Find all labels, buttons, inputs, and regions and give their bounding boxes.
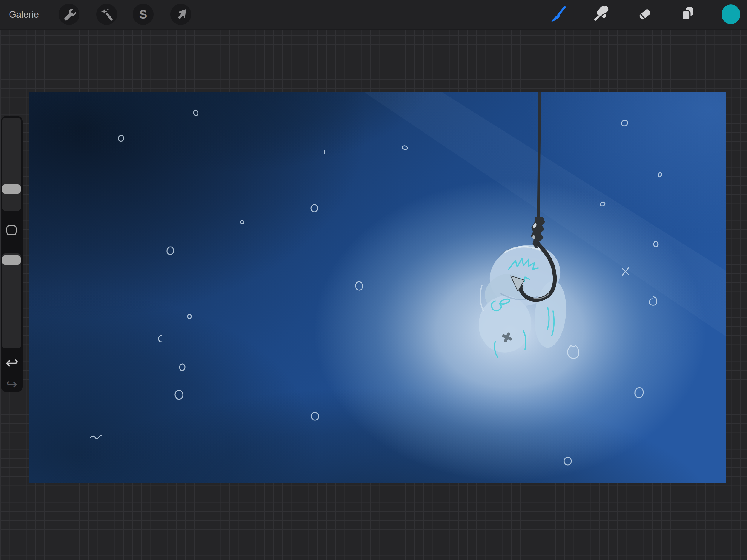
transform-button[interactable] xyxy=(170,4,191,25)
actions-button[interactable] xyxy=(58,4,79,25)
modify-button[interactable] xyxy=(6,225,17,235)
brush-opacity-slider[interactable] xyxy=(2,253,21,349)
brush-tool-button[interactable] xyxy=(549,5,568,24)
smudge-tool-button[interactable] xyxy=(592,5,611,24)
eraser-tool-button[interactable] xyxy=(635,5,654,24)
brush-size-slider[interactable] xyxy=(2,118,21,211)
eraser-icon xyxy=(636,5,654,24)
magic-wand-icon xyxy=(100,7,113,21)
water-background xyxy=(29,92,726,483)
procreate-workspace: { "toolbar": { "gallery_label": "Galerie… xyxy=(0,0,747,560)
top-toolbar: Galerie S xyxy=(0,0,747,30)
smudge-finger-icon xyxy=(593,5,611,24)
gallery-button[interactable]: Galerie xyxy=(9,0,39,29)
selection-button[interactable]: S xyxy=(133,4,154,25)
brush-size-handle[interactable] xyxy=(2,184,21,194)
undo-button[interactable]: ↩ xyxy=(1,354,23,372)
redo-button[interactable]: ↪ xyxy=(1,377,23,392)
color-swatch-icon xyxy=(721,4,741,25)
side-toolbar: ↩ ↪ xyxy=(1,116,23,392)
active-color-button[interactable] xyxy=(721,5,741,24)
redo-icon: ↪ xyxy=(6,377,18,392)
layers-button[interactable] xyxy=(678,5,697,24)
paint-brush-icon xyxy=(549,5,568,24)
drawing-canvas[interactable] xyxy=(29,92,726,483)
layers-icon xyxy=(678,5,697,24)
wrench-icon xyxy=(62,7,76,21)
adjustments-button[interactable] xyxy=(96,4,117,25)
selection-s-icon: S xyxy=(139,4,147,25)
transform-arrow-icon xyxy=(174,7,188,21)
brush-opacity-handle[interactable] xyxy=(2,255,21,265)
canvas-artwork xyxy=(29,92,726,483)
undo-icon: ↩ xyxy=(5,354,19,372)
